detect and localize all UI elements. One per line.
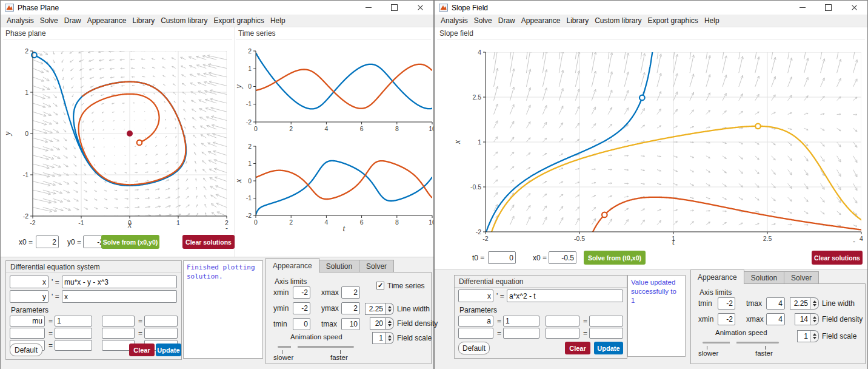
param-name-input[interactable] xyxy=(546,328,579,339)
param-value-input[interactable] xyxy=(144,328,178,339)
titlebar[interactable]: Phase Plane xyxy=(1,1,433,15)
xmax-input[interactable] xyxy=(766,313,785,325)
line-width-value[interactable]: 2.25 xyxy=(790,297,810,310)
param-value-input[interactable] xyxy=(503,328,539,339)
menu-library[interactable]: Library xyxy=(129,16,158,25)
param-value-input[interactable] xyxy=(55,340,92,351)
animation-speed-slider-track[interactable] xyxy=(278,346,354,348)
tab-appearance[interactable]: Appearance xyxy=(265,258,319,273)
minimize-button[interactable] xyxy=(355,1,381,15)
maximize-button[interactable] xyxy=(815,1,841,15)
field-density-stepper[interactable] xyxy=(386,317,394,330)
update-button[interactable]: Update xyxy=(156,344,181,356)
slope-field-plot[interactable]: -2-0.512.54-2-0.512.54tx xyxy=(435,35,867,249)
tmin-input[interactable] xyxy=(293,318,310,330)
clear-solutions-button[interactable]: Clear solutions xyxy=(182,235,235,249)
close-button[interactable] xyxy=(407,1,433,15)
tmin-input[interactable] xyxy=(718,297,735,310)
param-value-input[interactable] xyxy=(55,328,92,339)
maximize-button[interactable] xyxy=(381,1,407,15)
phase-plane-plot[interactable]: -2-1012-2-1012xy xyxy=(1,37,234,232)
tab-solver[interactable]: Solver xyxy=(359,260,394,273)
menu-help[interactable]: Help xyxy=(701,16,723,25)
menu-draw[interactable]: Draw xyxy=(61,16,84,25)
field-scale-value[interactable]: 1 xyxy=(797,330,810,342)
menu-export-graphics[interactable]: Export graphics xyxy=(645,16,701,25)
field-density-stepper[interactable] xyxy=(810,313,819,325)
param-value-input[interactable] xyxy=(55,316,92,327)
titlebar[interactable]: Slope Field xyxy=(435,1,867,15)
field-density-value[interactable]: 14 xyxy=(795,313,810,325)
tmax-input[interactable] xyxy=(341,318,360,330)
field-scale-stepper[interactable] xyxy=(386,332,394,344)
minimize-button[interactable] xyxy=(789,1,815,15)
param-name-input[interactable] xyxy=(458,316,493,327)
menu-draw[interactable]: Draw xyxy=(495,16,518,25)
animation-speed-slider-thumb[interactable] xyxy=(730,339,736,347)
equation-var-input[interactable] xyxy=(10,276,48,288)
menu-appearance[interactable]: Appearance xyxy=(84,16,130,25)
field-scale-value[interactable]: 1 xyxy=(372,332,386,344)
param-name-input[interactable] xyxy=(102,328,135,339)
close-button[interactable] xyxy=(841,1,867,15)
default-button[interactable]: Default xyxy=(10,344,42,356)
ymin-input[interactable] xyxy=(293,302,310,314)
menu-analysis[interactable]: Analysis xyxy=(438,16,471,25)
tab-solution[interactable]: Solution xyxy=(319,260,359,273)
clear-solutions-button[interactable]: Clear solutions xyxy=(812,251,863,265)
t0-input[interactable] xyxy=(488,251,516,264)
param-name-input[interactable] xyxy=(102,316,135,327)
update-button[interactable]: Update xyxy=(594,342,623,354)
solve-button[interactable]: Solve from (t0,x0) xyxy=(584,251,646,265)
menu-solve[interactable]: Solve xyxy=(471,16,495,25)
equation-expr-input[interactable] xyxy=(507,289,623,302)
menu-appearance[interactable]: Appearance xyxy=(518,16,564,25)
ymax-input[interactable] xyxy=(341,302,360,314)
param-name-input[interactable] xyxy=(10,316,45,327)
field-scale-stepper[interactable] xyxy=(810,330,819,342)
animation-speed-slider-track[interactable] xyxy=(703,342,779,344)
x0-input[interactable] xyxy=(36,235,59,248)
equation-expr-input[interactable] xyxy=(62,276,177,288)
param-value-input[interactable] xyxy=(589,316,623,327)
equation-var-input[interactable] xyxy=(10,290,48,303)
menu-custom-library[interactable]: Custom library xyxy=(592,16,644,25)
menu-export-graphics[interactable]: Export graphics xyxy=(211,16,267,25)
tmax-input[interactable] xyxy=(766,297,785,310)
line-width-value[interactable]: 2.25 xyxy=(365,303,386,315)
x0-input[interactable] xyxy=(549,251,576,264)
time-series-checkbox[interactable]: ✓ xyxy=(376,282,384,289)
param-name-input[interactable] xyxy=(458,328,493,339)
clear-button[interactable]: Clear xyxy=(565,342,590,354)
axes-toolbar-toggle[interactable]: - xyxy=(853,237,855,246)
clear-button[interactable]: Clear xyxy=(129,344,155,356)
menu-analysis[interactable]: Analysis xyxy=(4,16,37,25)
menu-custom-library[interactable]: Custom library xyxy=(158,16,210,25)
param-value-input[interactable] xyxy=(144,316,178,327)
svg-text:x: x xyxy=(235,178,243,183)
param-name-input[interactable] xyxy=(546,316,579,327)
menu-library[interactable]: Library xyxy=(563,16,592,25)
tab-solution[interactable]: Solution xyxy=(744,271,784,284)
xmin-input[interactable] xyxy=(718,313,735,325)
equation-expr-input[interactable] xyxy=(62,290,177,303)
time-series-y-plot[interactable]: 0246810-2-1012y xyxy=(235,37,433,137)
xmax-input[interactable] xyxy=(341,286,360,299)
default-button[interactable]: Default xyxy=(458,342,490,354)
line-width-stepper[interactable] xyxy=(386,303,394,315)
tab-solver[interactable]: Solver xyxy=(784,271,819,284)
time-series-x-plot[interactable]: 0246810-2-1012tx xyxy=(235,139,433,237)
axes-toolbar-toggle[interactable]: - xyxy=(225,224,228,232)
equation-var-input[interactable] xyxy=(458,289,493,302)
xmin-input[interactable] xyxy=(293,286,310,299)
menu-solve[interactable]: Solve xyxy=(37,16,61,25)
param-value-input[interactable] xyxy=(503,316,539,327)
param-value-input[interactable] xyxy=(589,328,623,339)
animation-speed-slider-thumb[interactable] xyxy=(291,343,298,351)
menu-help[interactable]: Help xyxy=(267,16,289,25)
param-name-input[interactable] xyxy=(10,328,45,339)
solve-button[interactable]: Solve from (x0,y0) xyxy=(101,235,159,249)
line-width-stepper[interactable] xyxy=(810,297,819,310)
tab-appearance[interactable]: Appearance xyxy=(690,269,744,284)
field-density-value[interactable]: 20 xyxy=(370,317,386,330)
